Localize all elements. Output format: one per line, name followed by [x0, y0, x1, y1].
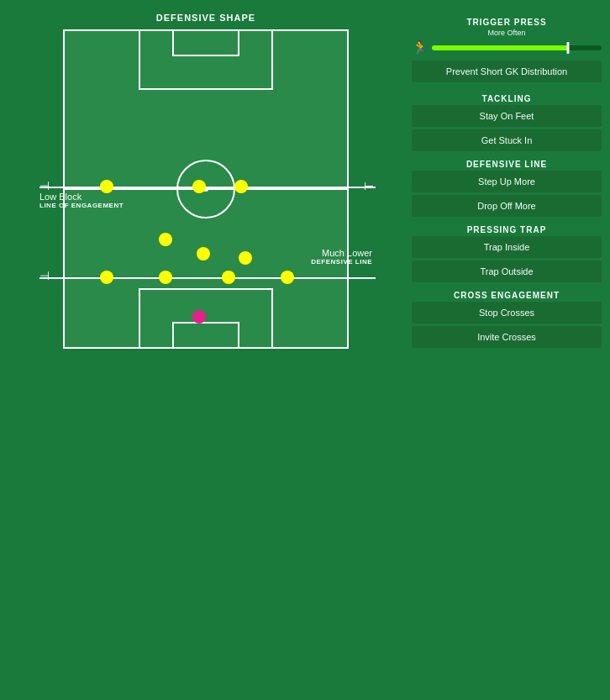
defensive-line-section: DEFENSIVE LINE Step Up More Drop Off Mor… — [412, 155, 602, 217]
player-dot — [159, 233, 172, 246]
drop-off-more-button[interactable]: Drop Off More — [412, 195, 602, 217]
get-stuck-in-button[interactable]: Get Stuck In — [412, 129, 602, 151]
cross-engagement-title: CROSS ENGAGEMENT — [412, 291, 602, 300]
pressing-trap-buttons: Trap Inside Trap Outside — [412, 236, 602, 282]
tackling-title: TACKLING — [412, 94, 602, 103]
player-dot — [159, 271, 172, 284]
engagement-arrow-right: ⊢ — [364, 179, 374, 192]
cross-engagement-section: CROSS ENGAGEMENT Stop Crosses Invite Cro… — [412, 286, 602, 348]
defensive-label-main: Much Lower — [311, 248, 372, 258]
defensive-label: Much Lower DEFENSIVE LINE — [311, 248, 372, 266]
engagement-label-main: Low Block — [39, 192, 124, 202]
defensive-shape-title: DEFENSIVE SHAPE — [156, 13, 255, 23]
player-dot — [281, 271, 294, 284]
defensive-arrow-left: ⊣ — [39, 269, 50, 282]
engagement-arrow-left: ⊣ — [39, 179, 50, 192]
engagement-label: Low Block LINE OF ENGAGEMENT — [39, 192, 124, 209]
trap-inside-button[interactable]: Trap Inside — [412, 236, 602, 258]
player-dot — [192, 180, 206, 193]
goal-area-bottom — [172, 322, 239, 347]
line-of-engagement — [39, 187, 376, 188]
player-dot — [234, 180, 248, 193]
pressing-trap-section: PRESSING TRAP Trap Inside Trap Outside — [412, 220, 602, 282]
step-up-more-button[interactable]: Step Up More — [412, 171, 602, 192]
player-dot — [239, 251, 252, 265]
trigger-label: More Often — [487, 29, 525, 37]
goal-area-top — [172, 31, 239, 56]
stay-on-feet-button[interactable]: Stay On Feet — [412, 105, 602, 127]
pressing-trap-title: PRESSING TRAP — [412, 225, 602, 234]
pitch-wrapper: ⊣ ⊢ Low Block LINE OF ENGAGEMENT ⊣ Much … — [38, 29, 374, 349]
prevent-gk-button[interactable]: Prevent Short GK Distribution — [412, 61, 602, 82]
player-dot — [100, 271, 113, 284]
trigger-buttons: Prevent Short GK Distribution — [412, 61, 602, 82]
runner-icon: 🏃 — [412, 39, 429, 55]
pitch — [63, 29, 349, 349]
trigger-press-title: TRIGGER PRESS — [466, 18, 546, 27]
trigger-slider[interactable] — [432, 45, 602, 50]
slider-thumb — [566, 42, 569, 54]
defensive-label-sub: DEFENSIVE LINE — [311, 258, 372, 266]
engagement-label-sub: LINE OF ENGAGEMENT — [39, 202, 124, 209]
invite-crosses-button[interactable]: Invite Crosses — [412, 326, 602, 348]
defensive-line — [39, 277, 376, 279]
tackling-buttons: Stay On Feet Get Stuck In — [412, 105, 602, 151]
left-panel: DEFENSIVE SHAPE — [8, 8, 403, 692]
defensive-line-title: DEFENSIVE LINE — [412, 160, 602, 169]
trigger-press-section: TRIGGER PRESS More Often 🏃 Prevent Short… — [412, 13, 602, 82]
defensive-line-buttons: Step Up More Drop Off More — [412, 171, 602, 217]
trap-outside-button[interactable]: Trap Outside — [412, 261, 602, 282]
cross-engagement-buttons: Stop Crosses Invite Crosses — [412, 302, 602, 348]
center-circle — [176, 160, 235, 218]
slider-container: 🏃 — [412, 39, 602, 55]
right-panel: TRIGGER PRESS More Often 🏃 Prevent Short… — [412, 8, 602, 692]
tackling-section: TACKLING Stay On Feet Get Stuck In — [412, 89, 602, 151]
player-dot — [197, 247, 210, 261]
slider-fill — [432, 45, 568, 50]
player-dot — [222, 271, 235, 284]
goalkeeper-dot — [192, 310, 206, 324]
stop-crosses-button[interactable]: Stop Crosses — [412, 302, 602, 324]
